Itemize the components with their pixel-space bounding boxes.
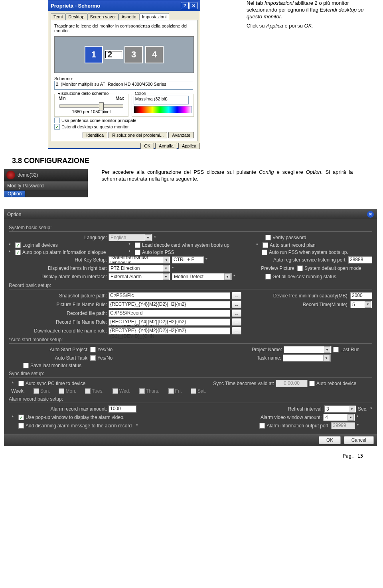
auto-run-checkbox[interactable] [262,250,267,255]
snapshot-path-label: Snapshot picture path: [9,293,107,299]
apply-button[interactable]: Applica [178,143,200,149]
hotkey-input[interactable]: CTRL + F [172,256,204,264]
rec-rule-input[interactable]: {RECTYPE}_{Y4}{M2}{D2}{H2}{m2}{S2}_{DEVI… [109,319,230,326]
get-all-checkbox[interactable] [265,274,271,279]
refresh-select[interactable]: 3▼ [324,405,356,413]
option-dialog: Option ✕ System basic setup: Language: E… [4,209,377,446]
save-last-checkbox[interactable] [23,363,29,368]
rec-rule-label: Record File Name Rule: [9,319,107,325]
browse-button[interactable]: ... [232,327,241,334]
display-properties-dialog: Proprietà - Schermo ? ✕ Temi Desktop Scr… [48,0,200,149]
section-heading: 3.8 CONFIGURAZIONE [12,157,379,165]
alarm-max-label: Alarm record max amount: [9,406,107,412]
preview-checkbox[interactable] [297,265,303,271]
auto-reboot-checkbox[interactable] [309,381,315,386]
tab-impostazioni[interactable]: Impostazioni [139,13,170,20]
hotkey-select[interactable]: Real-time monitor window in▼ [109,256,170,264]
down-rule-input[interactable]: {RECTYPE}_{Y4}{M2}{D2}{H2}{m2}{S2}_{DEVI… [109,327,230,334]
browse-button[interactable]: ... [232,301,241,308]
auto-popup-checkbox[interactable]: ✓ [15,250,21,255]
alarm-info-input[interactable]: 39999 [331,422,355,429]
cancel-button[interactable]: Cancel [344,436,374,444]
day-mon-checkbox[interactable] [59,388,64,394]
primary-monitor-checkbox[interactable] [54,118,60,123]
add-disarm-checkbox[interactable] [18,423,24,429]
login-all-checkbox[interactable]: ✓ [15,242,21,248]
pic-rule-input[interactable]: {RECTYPE}_{Y4}{M2}{D2}{H2}{m2}{S2}_{DEVI… [109,301,230,308]
tab-aspetto[interactable]: Aspetto [118,13,139,20]
motion-detect-select[interactable]: Motion Detect▼ [172,273,232,280]
snapshot-path-input[interactable]: C:\PSS\Pic [109,292,230,299]
task-name-select[interactable]: ▼ [283,354,331,362]
auto-register-input[interactable]: 38888 [348,256,372,264]
project-name-select[interactable]: ▼ [284,346,332,353]
auto-start-record-checkbox[interactable] [263,242,268,248]
advanced-button[interactable]: Avanzate [168,132,194,138]
rec-time-select[interactable]: 5▼ [350,301,372,308]
drag-help-text: Trascinare le icone dei monitor in corri… [54,24,194,33]
ok-button[interactable]: OK [140,143,154,149]
browse-button[interactable]: ... [232,318,241,326]
sec-sync-time: Sync time setup: [9,371,372,376]
monitor-2[interactable]: 2 [105,51,122,58]
auto-start-project-checkbox[interactable] [90,347,96,352]
schermo-label: Schermo: [54,76,194,81]
resolution-value: 1680 per 1050 pixel [56,109,126,114]
auto-start-task-checkbox[interactable] [90,355,96,361]
alarm-max-input[interactable]: 1000 [109,405,136,413]
resolution-slider[interactable] [59,104,123,108]
ok-button[interactable]: OK [319,436,341,444]
day-fri-checkbox[interactable] [168,388,174,394]
troubleshoot-button[interactable]: Risoluzione dei problemi... [109,132,167,138]
identify-button[interactable]: Identifica [83,132,107,138]
config-icon [6,171,15,179]
project-name-label: Project Name: [252,347,282,352]
tab-screensaver[interactable]: Screen saver [87,13,119,20]
help-button[interactable]: ? [181,2,189,9]
cancel-button[interactable]: Annulla [155,143,177,149]
sync-time-input[interactable]: 0.00.00 [276,380,308,387]
sec-system-basic: System basic setup: [9,225,372,230]
rec-path-input[interactable]: C:\PSS\Record [109,310,230,317]
browse-button[interactable]: ... [232,292,241,299]
tab-temi[interactable]: Temi [51,13,65,20]
hotkey-label: Hot Key Setup: [9,257,107,263]
displayed-items-label: Displayed items in right bar: [9,265,107,271]
last-run-checkbox[interactable] [333,347,339,352]
extend-desktop-checkbox[interactable]: ✓ [54,124,60,130]
tab-desktop[interactable]: Desktop [65,13,87,20]
schermo-select[interactable]: 2. (Monitor multipli) su ATI Radeon HD 4… [54,81,193,90]
language-select[interactable]: English▼ [109,234,152,241]
titlebar-text: Proprietà - Schermo [51,3,100,9]
page-number: Pag. 13 [4,453,363,459]
alarm-info-checkbox[interactable] [259,423,265,429]
use-popup-checkbox[interactable]: ✓ [18,415,24,420]
day-thu-checkbox[interactable] [139,388,145,394]
close-icon[interactable]: ✕ [367,211,374,218]
day-tue-checkbox[interactable] [85,388,91,394]
day-sun-checkbox[interactable] [34,388,39,394]
week-row: Week: Sun. Mon. Tues. Wed. Thurs. Fri. S… [11,388,372,394]
auto-sync-checkbox[interactable] [18,381,24,386]
display-alarm-select[interactable]: External Alarm▼ [109,273,170,280]
monitor-4[interactable]: 4 [145,46,164,63]
day-wed-checkbox[interactable] [113,388,118,394]
browse-button[interactable]: ... [232,309,241,317]
color-select[interactable]: Massima (32 bit) [134,96,189,104]
menu-option[interactable]: Option [4,190,25,197]
monitor-3[interactable]: 3 [124,46,143,63]
color-bar [134,106,192,113]
displayed-items-select[interactable]: PTZ Direction▼ [109,265,170,272]
close-button[interactable]: ✕ [190,2,197,9]
day-sat-checkbox[interactable] [191,388,196,394]
dev-free-input[interactable]: 2000 [350,292,372,299]
auto-start-task-label: Auto Start Task: [9,355,89,361]
auto-start-project-label: Auto Start Project: [9,347,89,352]
alarm-window-select[interactable]: 4▼ [323,414,355,421]
down-rule-label: Downloaded record file name rule: [9,328,107,334]
monitor-1[interactable]: 1 [85,46,103,63]
verify-password-checkbox[interactable] [265,235,271,240]
load-decode-checkbox[interactable] [135,242,140,248]
display-alarm-label: Display alarm item in interface: [9,274,107,279]
menu-modify-password[interactable]: Modify Password [4,181,88,190]
